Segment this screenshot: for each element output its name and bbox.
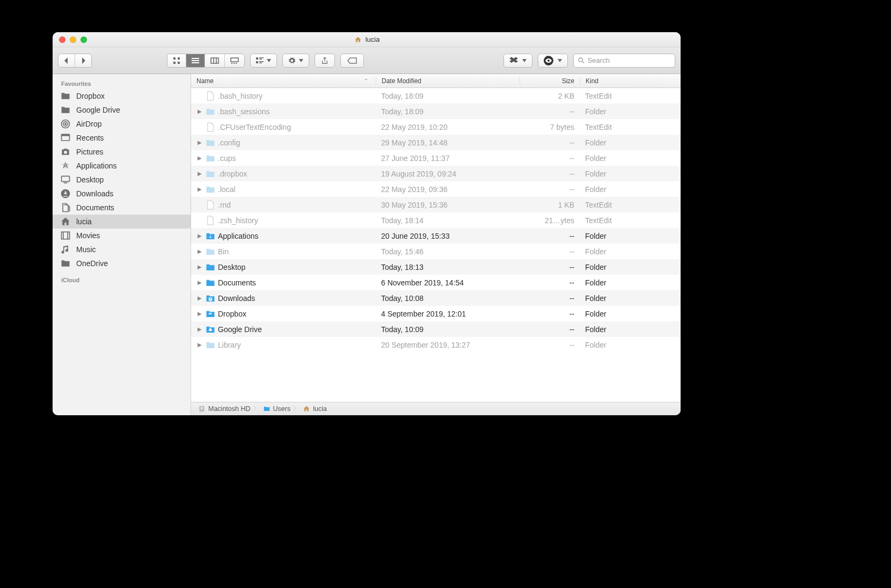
back-button[interactable]	[59, 54, 75, 67]
path-label: Users	[273, 405, 291, 413]
file-date: 20 September 2019, 13:27	[376, 341, 520, 349]
documents-icon	[60, 203, 71, 212]
column-view-button[interactable]	[205, 54, 225, 67]
zoom-button[interactable]	[81, 36, 87, 43]
file-kind: TextEdit	[580, 92, 681, 100]
list-row[interactable]: ▶Documents6 November 2019, 14:54--Folder	[191, 275, 681, 290]
column-kind-label: Kind	[586, 77, 598, 85]
close-button[interactable]	[59, 36, 65, 43]
list-row[interactable]: .bash_historyToday, 18:092 KBTextEdit	[191, 88, 681, 104]
column-name[interactable]: Name ⌃	[191, 77, 376, 85]
disclosure-triangle-icon[interactable]: ▶	[196, 155, 203, 161]
file-kind: Folder	[580, 310, 681, 318]
sidebar-item-label: lucia	[76, 217, 92, 226]
file-name: Downloads	[218, 294, 255, 303]
minimize-button[interactable]	[70, 36, 76, 43]
sidebar-item-recents[interactable]: Recents	[53, 131, 191, 145]
column-date[interactable]: Date Modified	[376, 77, 520, 85]
list-row[interactable]: ▶DesktopToday, 18:13--Folder	[191, 259, 681, 275]
sidebar-item-lucia[interactable]: lucia	[53, 215, 191, 229]
disclosure-triangle-icon[interactable]: ▶	[196, 326, 203, 332]
search-input[interactable]	[588, 56, 670, 64]
disclosure-triangle-icon[interactable]: ▶	[196, 280, 203, 285]
file-size: --	[520, 247, 580, 256]
list-row[interactable]: ▶Library20 September 2019, 13:27--Folder	[191, 337, 681, 352]
share-icon	[322, 57, 328, 64]
file-date: 6 November 2019, 14:54	[376, 278, 520, 287]
path-segment[interactable]: Users	[262, 405, 291, 413]
disclosure-triangle-icon[interactable]: ▶	[196, 171, 203, 177]
sidebar-item-movies[interactable]: Movies	[53, 229, 191, 242]
action-menu[interactable]	[282, 54, 309, 68]
sidebar-item-dropbox[interactable]: Dropbox	[53, 89, 191, 103]
file-name: Dropbox	[218, 310, 246, 318]
sidebar-item-downloads[interactable]: Downloads	[53, 187, 191, 201]
column-kind[interactable]: Kind	[580, 77, 681, 85]
dropbox-ext-button[interactable]	[503, 54, 532, 68]
file-name: Applications	[218, 232, 259, 240]
list-row[interactable]: .CFUserTextEncoding22 May 2019, 10:207 b…	[191, 119, 681, 135]
list-row[interactable]: ▶AApplications20 June 2019, 15:33--Folde…	[191, 228, 681, 244]
disclosure-triangle-icon[interactable]: ▶	[196, 233, 203, 239]
column-size[interactable]: Size	[520, 77, 580, 85]
disclosure-triangle-icon[interactable]: ▶	[196, 186, 203, 192]
share-button[interactable]	[315, 54, 335, 68]
disclosure-triangle-icon[interactable]: ▶	[196, 264, 203, 270]
list-row[interactable]: ▶.dropbox19 August 2019, 09:24--Folder	[191, 166, 681, 181]
disclosure-triangle-icon[interactable]: ▶	[196, 108, 203, 114]
list-row[interactable]: ▶Google DriveToday, 10:09--Folder	[191, 321, 681, 337]
tags-button[interactable]	[340, 54, 364, 68]
path-segment[interactable]: lucia	[302, 405, 327, 413]
disclosure-triangle-icon[interactable]: ▶	[196, 342, 203, 348]
icon-view-button[interactable]	[167, 54, 186, 67]
visibility-ext-button[interactable]	[538, 54, 568, 68]
file-kind: Folder	[580, 185, 681, 194]
list-row[interactable]: ▶Dropbox4 September 2019, 12:01--Folder	[191, 306, 681, 321]
list-row[interactable]: ▶.cups27 June 2019, 11:37--Folder	[191, 150, 681, 166]
disclosure-triangle-icon[interactable]: ▶	[196, 311, 203, 317]
file-kind: Folder	[580, 294, 681, 303]
titlebar: lucia	[53, 32, 681, 47]
list-view-button[interactable]	[186, 54, 205, 67]
nav-back-forward	[58, 54, 92, 68]
sidebar-item-applications[interactable]: AApplications	[53, 159, 191, 173]
sidebar-item-desktop[interactable]: Desktop	[53, 173, 191, 187]
svg-rect-10	[231, 58, 238, 62]
list-row[interactable]: ▶.local22 May 2019, 09:36--Folder	[191, 181, 681, 197]
svg-point-27	[64, 151, 67, 154]
file-kind: Folder	[580, 341, 681, 349]
file-kind: Folder	[580, 138, 681, 147]
svg-rect-15	[259, 57, 264, 58]
disclosure-triangle-icon[interactable]: ▶	[196, 295, 203, 301]
svg-rect-17	[256, 61, 258, 63]
list-row[interactable]: .zsh_historyToday, 18:1421…ytesTextEdit	[191, 212, 681, 228]
disclosure-triangle-icon[interactable]: ▶	[196, 139, 203, 145]
sidebar-item-airdrop[interactable]: AirDrop	[53, 117, 191, 131]
file-list[interactable]: .bash_historyToday, 18:092 KBTextEdit▶.b…	[191, 88, 681, 402]
file-kind: Folder	[580, 247, 681, 256]
sidebar-item-music[interactable]: Music	[53, 242, 191, 256]
sidebar-item-onedrive[interactable]: OneDrive	[53, 256, 191, 270]
sidebar-item-pictures[interactable]: Pictures	[53, 145, 191, 159]
file-name: .bash_history	[218, 92, 262, 100]
file-name: .rnd	[218, 201, 231, 209]
search-field[interactable]	[573, 54, 675, 68]
sidebar-item-google-drive[interactable]: Google Drive	[53, 103, 191, 117]
file-date: Today, 18:09	[376, 107, 520, 116]
list-row[interactable]: ▶DownloadsToday, 10:08--Folder	[191, 290, 681, 306]
sidebar-item-documents[interactable]: Documents	[53, 201, 191, 215]
disclosure-triangle-icon[interactable]: ▶	[196, 248, 203, 254]
list-row[interactable]: ▶.config29 May 2019, 14:48--Folder	[191, 135, 681, 150]
forward-button[interactable]	[75, 54, 91, 67]
sidebar-item-label: Recents	[76, 134, 104, 142]
list-row[interactable]: ▶BinToday, 15:46--Folder	[191, 244, 681, 259]
home-icon	[60, 217, 71, 226]
path-segment[interactable]: Macintosh HD	[198, 405, 251, 413]
group-by-button[interactable]	[250, 54, 277, 68]
gallery-view-button[interactable]	[225, 54, 244, 67]
file-size: --	[520, 232, 580, 240]
list-row[interactable]: .rnd30 May 2019, 15:361 KBTextEdit	[191, 197, 681, 212]
list-row[interactable]: ▶.bash_sessionsToday, 18:09--Folder	[191, 104, 681, 119]
file-date: 19 August 2019, 09:24	[376, 170, 520, 178]
file-name: .config	[218, 138, 240, 147]
